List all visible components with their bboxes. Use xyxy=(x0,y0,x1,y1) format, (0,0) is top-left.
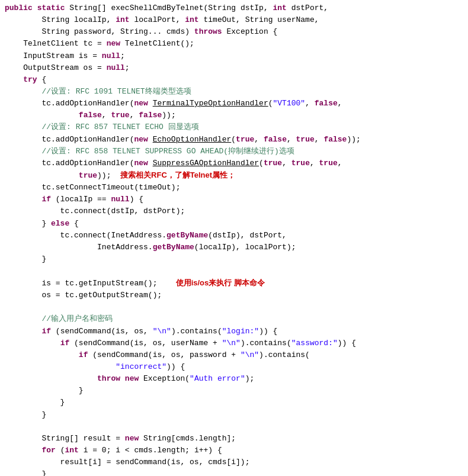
code-line-17: if (localIp == null) { xyxy=(0,194,468,205)
code-line-24: is = tc.getInputStream(); 使用is/os来执行 脚本命… xyxy=(0,277,468,290)
code-line-39: result[i] = sendCommand(is, os, cmds[i])… xyxy=(0,456,468,468)
code-line-15: true)); 搜索相关RFC，了解Telnet属性； xyxy=(0,169,468,182)
code-line-31: "incorrect")) { xyxy=(0,361,468,373)
code-line-22: } xyxy=(0,253,468,265)
code-line-37: String[] result = new String[cmds.length… xyxy=(0,433,468,445)
code-line-3: String password, String... cmds) throws … xyxy=(0,26,468,38)
code-line-36 xyxy=(0,421,468,433)
code-line-33: } xyxy=(0,385,468,397)
code-container: public static String[] execShellCmdByTel… xyxy=(0,0,468,476)
code-line-40: } xyxy=(0,468,468,476)
code-line-12: tc.addOptionHandler(new EchoOptionHandle… xyxy=(0,134,468,146)
code-line-35: } xyxy=(0,409,468,421)
code-line-2: String localIp, int localPort, int timeO… xyxy=(0,14,468,26)
code-line-7: try { xyxy=(0,74,468,86)
code-line-34: } xyxy=(0,397,468,409)
code-line-26 xyxy=(0,301,468,313)
code-line-25: os = tc.getOutputStream(); xyxy=(0,290,468,301)
code-line-6: OutputStream os = null; xyxy=(0,62,468,74)
code-line-28: if (sendCommand(is, os, "\n").contains("… xyxy=(0,326,468,337)
code-line-20: tc.connect(InetAddress.getByName(dstIp),… xyxy=(0,230,468,242)
code-line-4: TelnetClient tc = new TelnetClient(); xyxy=(0,38,468,50)
code-line-29: if (sendCommand(is, os, userName + "\n")… xyxy=(0,337,468,349)
code-line-10: false, true, false)); xyxy=(0,110,468,121)
code-line-8: //设置: RFC 1091 TELNET终端类型选项 xyxy=(0,86,468,98)
code-line-32: throw new Exception("Auth error"); xyxy=(0,373,468,385)
code-line-14: tc.addOptionHandler(new SuppressGAOption… xyxy=(0,157,468,169)
code-line-38: for (int i = 0; i < cmds.length; i++) { xyxy=(0,445,468,456)
code-line-9: tc.addOptionHandler(new TerminalTypeOpti… xyxy=(0,98,468,110)
code-line-23 xyxy=(0,265,468,277)
code-line-30: if (sendCommand(is, os, password + "\n")… xyxy=(0,349,468,361)
code-line-11: //设置: RFC 857 TELNET ECHO 回显选项 xyxy=(0,121,468,133)
code-line-21: InetAddress.getByName(localIp), localPor… xyxy=(0,242,468,253)
code-line-18: tc.connect(dstIp, dstPort); xyxy=(0,205,468,217)
code-line-19: } else { xyxy=(0,218,468,230)
code-line-13: //设置: RFC 858 TELNET SUPPRESS GO AHEAD(抑… xyxy=(0,146,468,157)
code-line-27: //输入用户名和密码 xyxy=(0,313,468,325)
code-line-1: public static String[] execShellCmdByTel… xyxy=(0,2,468,14)
code-line-5: InputStream is = null; xyxy=(0,50,468,62)
code-line-16: tc.setConnectTimeout(timeOut); xyxy=(0,182,468,194)
